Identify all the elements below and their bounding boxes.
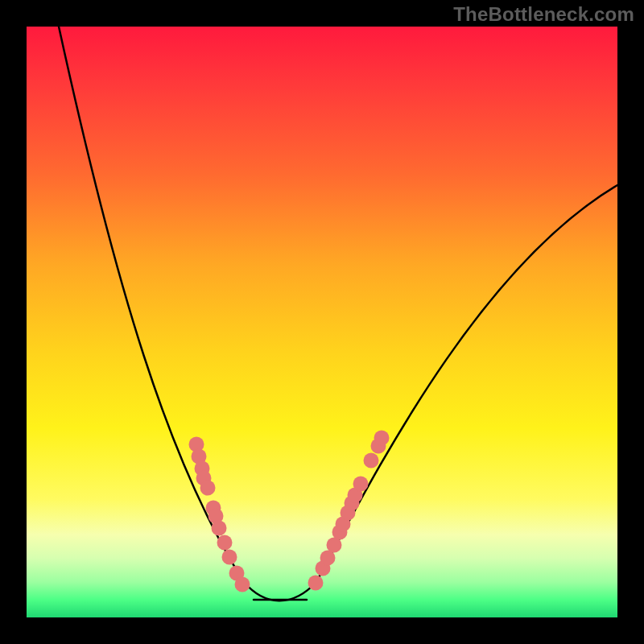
curve-path <box>59 27 617 601</box>
data-point <box>222 550 237 565</box>
data-point <box>200 481 216 496</box>
plot-area <box>27 27 617 617</box>
data-point <box>212 521 227 536</box>
data-point <box>374 431 390 446</box>
right-dots <box>308 431 390 591</box>
data-point <box>353 477 369 492</box>
data-point <box>217 535 233 551</box>
data-point <box>308 576 324 591</box>
left-dots <box>189 437 250 592</box>
attribution-text: TheBottleneck.com <box>453 3 634 26</box>
data-point <box>364 453 379 469</box>
bottleneck-curve <box>27 27 617 617</box>
chart-frame: TheBottleneck.com <box>0 0 644 644</box>
data-point <box>235 577 250 592</box>
